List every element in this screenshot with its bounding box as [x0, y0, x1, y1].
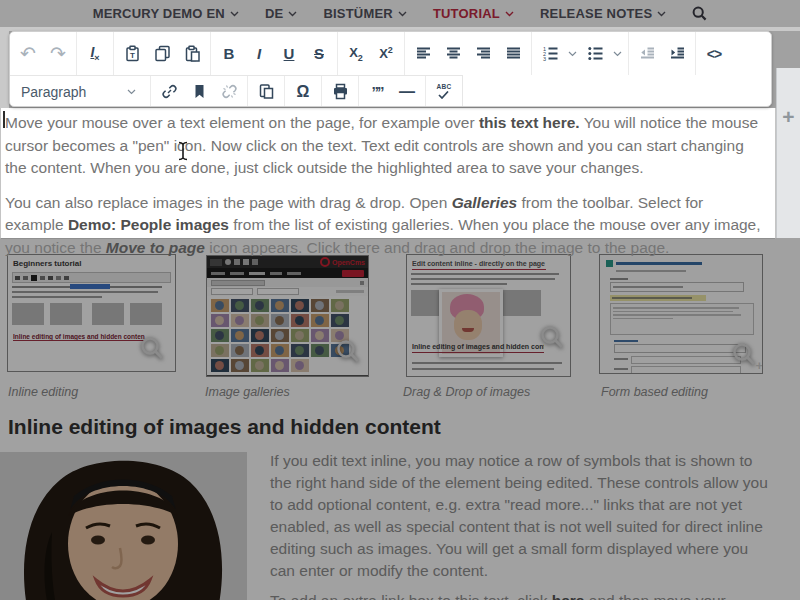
thumbnail-form-editing[interactable]: + — [600, 255, 762, 373]
gallery-face-thumb — [291, 329, 309, 342]
toolbar-button-align-right-icon[interactable] — [468, 32, 498, 75]
toolbar-button-insert-link-icon[interactable] — [154, 76, 184, 107]
svg-text:T: T — [130, 51, 135, 60]
toolbar-button-subscript-icon[interactable]: X2 — [341, 32, 371, 75]
toolbar-button-source-code-icon[interactable]: <> — [699, 32, 729, 75]
mini-section-heading: Inline editing of images and hidden cont… — [412, 343, 544, 353]
unordered-list-dropdown-chevron-icon[interactable] — [610, 51, 625, 57]
gallery-face-thumb — [231, 344, 249, 357]
mini-section-heading: Inline editing of images and hidden cont… — [13, 333, 145, 341]
thumbnail-inline-editing[interactable]: Beginners tutorial Inline editing of ima… — [8, 255, 175, 371]
nav-item-bist-mer[interactable]: BISTÜMER — [323, 6, 407, 21]
toolbar-button-italic-icon[interactable]: I — [244, 32, 274, 75]
ordered-list-dropdown-chevron-icon[interactable] — [565, 51, 580, 57]
editor-toolbar: ↶↷I×TBIUSX2X2123<> ParagraphΩ””—ABC — [9, 31, 772, 107]
mini-search-row — [207, 278, 368, 287]
editor-paragraph: You can also replace images in the page … — [5, 192, 765, 260]
gallery-face-thumb — [231, 329, 249, 342]
thumbnail-caption: Image galleries — [205, 385, 290, 399]
thumbnail-drag-drop[interactable]: Edit content inline - directly on the pa… — [407, 255, 570, 376]
toolbar-group — [151, 76, 248, 107]
toolbar-group: ABC — [426, 76, 462, 107]
mini-filter-row — [207, 287, 368, 296]
toolbar-button-print-icon[interactable] — [325, 76, 355, 107]
toolbar-group: ””— — [359, 76, 426, 107]
mini-thumb-row — [8, 298, 175, 325]
mini-tab-bar — [207, 268, 368, 278]
toolbar-button-align-left-icon[interactable] — [408, 32, 438, 75]
toolbar-button-underline-icon[interactable]: U — [274, 32, 304, 75]
toolbar-group — [322, 76, 359, 107]
editor-highlight-gutter — [0, 31, 9, 108]
gallery-face-thumb — [291, 359, 309, 372]
nav-item-tutorial[interactable]: TUTORIAL — [433, 6, 514, 21]
toolbar-button-ordered-list-icon[interactable]: 123 — [535, 32, 565, 75]
zoom-icon[interactable] — [731, 341, 757, 371]
zoom-icon[interactable] — [139, 335, 165, 365]
article-paragraph: To add an extra link box to this text, c… — [270, 590, 774, 600]
toolbar-button-copy-icon[interactable] — [147, 32, 177, 75]
toolbar-button-spellcheck-icon[interactable]: ABC — [429, 76, 459, 107]
mini-textarea — [610, 303, 754, 335]
toolbar-button-anchor-icon[interactable] — [184, 76, 214, 107]
add-icon[interactable]: + — [782, 106, 794, 238]
gallery-face-thumb — [251, 359, 269, 372]
gallery-face-thumb — [271, 299, 289, 312]
toolbar-group: Paragraph — [10, 76, 151, 107]
mouse-cursor-ibeam — [177, 141, 189, 165]
toolbar-button-superscript-icon[interactable]: X2 — [371, 32, 401, 75]
toolbar-button-align-center-icon[interactable] — [438, 32, 468, 75]
toolbar-button-strikethrough-icon[interactable]: S — [304, 32, 334, 75]
gallery-face-thumb — [311, 344, 329, 357]
zoom-icon[interactable] — [335, 338, 361, 368]
thumbnail-caption: Form based editing — [601, 385, 708, 399]
gallery-face-thumb — [331, 299, 349, 312]
gallery-face-thumb — [211, 314, 229, 327]
toolbar-group — [248, 76, 285, 107]
nav-item-release-notes[interactable]: RELEASE NOTES — [540, 6, 666, 21]
gallery-face-thumb — [211, 329, 229, 342]
paragraph-format-select[interactable]: Paragraph — [13, 76, 147, 107]
thumbnail-image-galleries[interactable]: OpenCms — [207, 256, 368, 376]
section-heading: Inline editing of images and hidden cont… — [8, 415, 441, 439]
mini-toolbar — [12, 272, 171, 283]
gallery-face-thumb — [231, 314, 249, 327]
toolbar-button-remove-format-icon[interactable]: I× — [80, 32, 110, 75]
toolbar-button-paste-as-text-icon[interactable]: T — [117, 32, 147, 75]
gallery-face-thumb — [211, 344, 229, 357]
toolbar-group — [629, 32, 696, 75]
gallery-face-thumb — [291, 344, 309, 357]
mini-page-title: Edit content inline - directly on the pa… — [412, 260, 546, 270]
gallery-face-thumb — [211, 299, 229, 312]
gallery-face-thumb — [311, 299, 329, 312]
nav-item-de[interactable]: DE — [265, 6, 297, 21]
search-icon[interactable] — [692, 6, 707, 21]
gallery-face-thumb — [251, 344, 269, 357]
toolbar-button-copy-page-icon[interactable] — [251, 76, 281, 107]
thumbnail-caption: Drag & Drop of images — [403, 385, 530, 399]
gallery-face-thumb — [271, 314, 289, 327]
gallery-face-thumb — [271, 344, 289, 357]
article-image[interactable] — [0, 452, 247, 600]
toolbar-button-redo-icon: ↷ — [43, 32, 73, 75]
toolbar-button-indent-icon[interactable] — [662, 32, 692, 75]
screen: MERCURY DEMO ENDEBISTÜMERTUTORIALRELEASE… — [0, 0, 800, 600]
toolbar-group: BIUS — [211, 32, 338, 75]
toolbar-row-1: ↶↷I×TBIUSX2X2123<> — [10, 32, 771, 75]
toolbar-group: X2X2 — [338, 32, 405, 75]
gallery-face-thumb — [311, 329, 329, 342]
toolbar-button-horizontal-rule-icon[interactable]: — — [392, 76, 422, 107]
article-paragraph: If you edit text inline, you may notice … — [270, 450, 774, 582]
toolbar-button-special-character-icon[interactable]: Ω — [288, 76, 318, 107]
toolbar-button-blockquote-icon[interactable]: ”” — [362, 76, 392, 107]
toolbar-group: I× — [77, 32, 114, 75]
toolbar-button-align-justify-icon[interactable] — [498, 32, 528, 75]
main-nav: MERCURY DEMO ENDEBISTÜMERTUTORIALRELEASE… — [0, 0, 800, 27]
editor-text-area[interactable]: Move your mouse over a text element on t… — [0, 108, 776, 239]
zoom-icon[interactable] — [539, 324, 565, 354]
toolbar-button-bold-icon[interactable]: B — [214, 32, 244, 75]
toolbar-button-paste-icon[interactable] — [177, 32, 207, 75]
mini-add-icon: + — [755, 358, 762, 373]
toolbar-button-unordered-list-icon[interactable] — [580, 32, 610, 75]
nav-item-mercury-demo-en[interactable]: MERCURY DEMO EN — [93, 6, 239, 21]
